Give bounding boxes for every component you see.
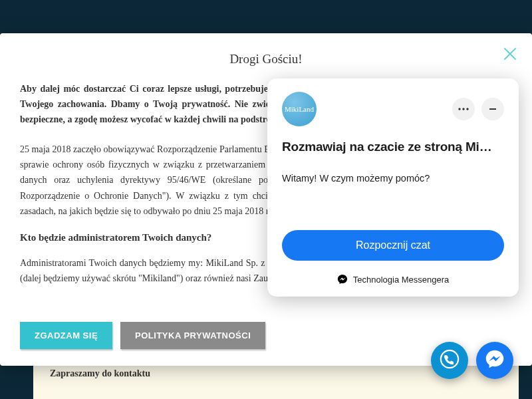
chat-header-actions <box>452 98 504 120</box>
more-icon[interactable] <box>452 98 475 120</box>
svg-point-2 <box>458 108 460 110</box>
chat-title: Rozmawiaj na czacie ze stroną Mi… <box>282 140 504 154</box>
chat-footer-label: Technologia Messengera <box>353 275 450 285</box>
close-icon[interactable] <box>501 45 519 63</box>
messenger-icon <box>337 274 348 285</box>
chat-avatar: MikiLand <box>282 92 317 126</box>
svg-point-3 <box>462 108 464 110</box>
svg-point-6 <box>441 350 458 368</box>
phone-fab[interactable] <box>431 342 468 379</box>
contact-heading: Zapraszamy do kontaktu <box>50 368 150 379</box>
chat-welcome-message: Witamy! W czym możemy pomóc? <box>282 173 504 184</box>
messenger-fab[interactable] <box>476 342 513 379</box>
modal-title: Drogi Gościu! <box>20 52 512 66</box>
privacy-policy-button[interactable]: POLITYKA PRYWATNOŚCI <box>120 322 265 349</box>
modal-button-row: ZGADZAM SIĘ POLITYKA PRYWATNOŚCI <box>20 322 265 349</box>
chat-header: MikiLand <box>282 92 504 126</box>
svg-point-4 <box>466 108 468 110</box>
start-chat-button[interactable]: Rozpocznij czat <box>282 230 504 261</box>
chat-avatar-text: MikiLand <box>285 105 314 113</box>
messenger-icon <box>485 349 505 372</box>
agree-button[interactable]: ZGADZAM SIĘ <box>20 322 112 349</box>
phone-icon <box>440 349 460 372</box>
minimize-icon[interactable] <box>481 98 504 120</box>
chat-footer[interactable]: Technologia Messengera <box>282 274 504 285</box>
chat-widget: MikiLand Rozmawiaj na czacie ze stroną M… <box>267 78 519 297</box>
